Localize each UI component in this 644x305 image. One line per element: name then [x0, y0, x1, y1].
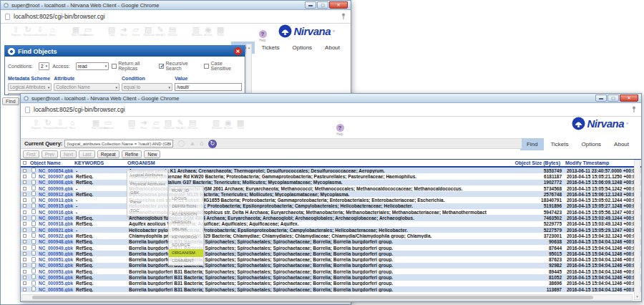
checkbox[interactable]: [159, 64, 164, 69]
up-icon[interactable]: ▲: [189, 140, 195, 147]
object-name-link[interactable]: NC_000854.gbk: [39, 168, 76, 173]
maximize-button[interactable]: ▢: [317, 1, 328, 9]
toolbar-button[interactable]: ⇧ Register: [11, 25, 21, 37]
menu-item[interactable]: ORGANISM: [169, 249, 203, 257]
col-keywords[interactable]: KEYWORDS: [74, 160, 127, 165]
scrollbar-vertical[interactable]: ▴: [246, 44, 252, 94]
object-name-link[interactable]: NC_000922.gbk: [39, 233, 76, 238]
maximize-button[interactable]: ▢: [608, 95, 619, 102]
row-checkbox[interactable]: [23, 281, 26, 285]
help-button[interactable]: ? Help: [257, 26, 268, 42]
object-name-link[interactable]: NC_000915.gbk: [39, 203, 76, 208]
object-name-link[interactable]: NC_000912.gbk: [39, 192, 76, 197]
toolbar-button[interactable]: ⇩ Download: [35, 25, 45, 37]
row-checkbox[interactable]: [23, 222, 26, 226]
menu-item[interactable]: DEFINITION: [169, 203, 203, 210]
col-object-name[interactable]: Object Name: [30, 160, 74, 165]
toolbar-button[interactable]: ⌂ Store: [67, 118, 77, 130]
scheme-select[interactable]: Logical Attributes: [8, 83, 52, 91]
toolbar-button[interactable]: ➔ Move: [119, 25, 129, 37]
row-checkbox[interactable]: [23, 240, 26, 243]
toolbar-button[interactable]: ▥ Metadata: [211, 118, 221, 130]
query-input[interactable]: [64, 140, 173, 147]
row-checkbox[interactable]: [23, 288, 26, 291]
toolbar-button[interactable]: ↻ Reorganize: [43, 118, 53, 130]
condition-select[interactable]: equal to: [122, 83, 172, 91]
row-checkbox[interactable]: [23, 193, 26, 196]
conditions-select[interactable]: 2: [39, 62, 49, 70]
object-name-link[interactable]: NC_000918.gbk: [39, 221, 76, 226]
toolbar-button[interactable]: ▧ Copy: [107, 25, 117, 37]
url-text[interactable]: localhost:8025/cgi-bin/browser.cgi: [34, 106, 628, 113]
object-name-link[interactable]: NC_000952.gbk: [39, 263, 76, 268]
menu-item[interactable]: LOCUS: [169, 195, 203, 203]
toolbar-button[interactable]: ⇧ Register: [31, 118, 41, 130]
value-input[interactable]: [175, 83, 242, 91]
row-checkbox[interactable]: [23, 263, 26, 267]
home-icon[interactable]: ⌂: [200, 140, 203, 147]
title-bar[interactable]: super@root - localhost - Nirvana Web Cli…: [21, 94, 641, 103]
object-name-link[interactable]: NC_000950.gbk: [39, 251, 76, 256]
checkbox[interactable]: [112, 64, 117, 69]
row-checkbox[interactable]: [23, 216, 26, 220]
object-name-link[interactable]: NC_000907.gbk: [39, 174, 76, 179]
close-button[interactable]: ✕: [620, 95, 638, 102]
menu-item[interactable]: Logical Attributes: [127, 170, 167, 180]
menu-item[interactable]: Parse: [127, 198, 167, 207]
select-all-checkbox[interactable]: [23, 161, 26, 165]
attribute-select[interactable]: Collection Name: [54, 83, 119, 91]
nav-tab[interactable]: Tickets: [255, 42, 286, 54]
nav-button[interactable]: Refine: [122, 150, 142, 158]
nav-tab[interactable]: About: [318, 42, 346, 54]
nav-tab[interactable]: Options: [575, 138, 608, 150]
access-select[interactable]: read: [76, 62, 109, 70]
nav-button[interactable]: Next: [60, 150, 77, 158]
menu-item[interactable]: KEYWORDS: [169, 233, 203, 241]
toolbar-button[interactable]: ▨ Replicate: [143, 25, 153, 37]
url-text[interactable]: localhost:8025/cgi-bin/browser.cgi: [14, 13, 338, 20]
toolbar-button[interactable]: ▦ New Collection: [71, 25, 81, 37]
menu-item[interactable]: COMMENT: [169, 257, 203, 265]
scrollbar-thumb[interactable]: [32, 296, 593, 299]
col-organism[interactable]: ORGANISM: [127, 160, 485, 165]
row-checkbox[interactable]: [23, 187, 26, 190]
toolbar-button[interactable]: ▭ Annotate: [103, 118, 113, 130]
minimize-button[interactable]: ▬: [305, 1, 316, 9]
globe-icon[interactable]: ◯: [177, 140, 185, 147]
toolbar-button[interactable]: ▤ Rename: [167, 25, 177, 37]
nav-button[interactable]: Repeat: [97, 150, 119, 158]
object-name-link[interactable]: NC_000949.gbk: [39, 246, 76, 251]
menu-item[interactable]: Physical Attributes: [127, 180, 167, 189]
object-name-link[interactable]: NC_000913.gbk: [39, 198, 76, 203]
toolbar-button[interactable]: ✎ Edit ACL: [155, 25, 165, 37]
row-checkbox[interactable]: [23, 252, 26, 256]
row-checkbox[interactable]: [23, 276, 26, 279]
col-object-size[interactable]: Object Size (Bytes): [485, 160, 560, 165]
row-checkbox[interactable]: [23, 270, 26, 273]
col-modify-timestamp[interactable]: Modify Timestamp: [565, 160, 643, 165]
minimize-button[interactable]: ▬: [595, 95, 607, 102]
menu-item[interactable]: VERSION: [169, 218, 203, 226]
object-name-link[interactable]: NC_000951.gbk: [39, 257, 76, 262]
address-bar[interactable]: localhost:8025/cgi-bin/browser.cgi: [1, 10, 351, 24]
object-name-link[interactable]: NC_000909.gbk: [39, 186, 76, 191]
toolbar-button[interactable]: ▩ Ticket: [235, 118, 245, 130]
object-name-link[interactable]: NC_000954.gbk: [39, 275, 76, 280]
row-checkbox[interactable]: [23, 210, 26, 214]
help-button[interactable]: ? Help: [334, 120, 346, 136]
row-checkbox[interactable]: [23, 169, 26, 173]
object-name-link[interactable]: NC_000948.gbk: [39, 239, 76, 244]
pin-icon[interactable]: [341, 10, 346, 23]
toolbar-button[interactable]: ⌂ Store: [47, 25, 57, 37]
menu-item[interactable]: ROW_ID: [169, 187, 203, 195]
toolbar-button[interactable]: ↻ Reorganize: [23, 25, 33, 37]
row-checkbox[interactable]: [23, 180, 26, 184]
menu-item[interactable]: GBK: [127, 188, 167, 198]
scrollbar-vertical[interactable]: ▾: [634, 160, 640, 300]
object-name-link[interactable]: NC_000921.gbk: [39, 228, 76, 233]
row-checkbox[interactable]: [23, 234, 26, 238]
toolbar-button[interactable]: ✎ Edit ACL: [175, 118, 185, 130]
dialog-title-bar[interactable]: Find Objects ✕: [5, 46, 245, 57]
nav-tab[interactable]: Options: [286, 42, 319, 54]
menu-item[interactable]: SOURCE: [169, 241, 203, 249]
